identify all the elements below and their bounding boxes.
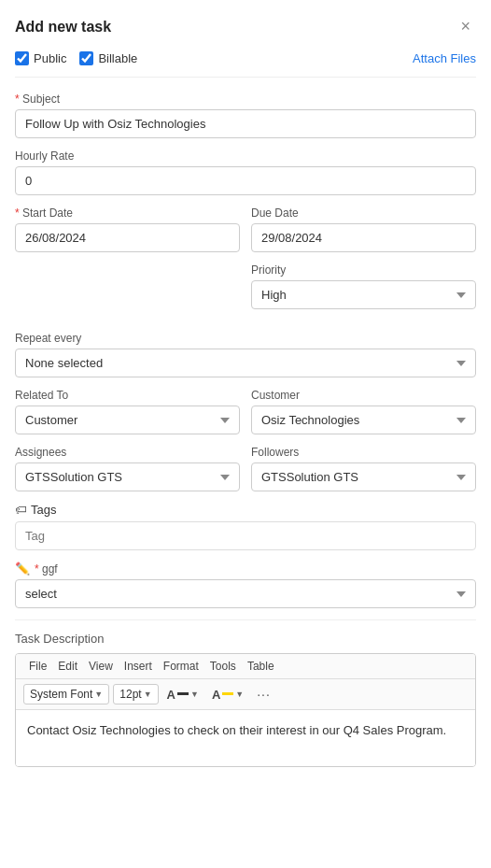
public-checkbox[interactable] [15,51,29,65]
billable-checkbox[interactable] [79,51,93,65]
start-date-section: Start Date [15,206,240,252]
section-divider [15,619,476,620]
customer-section: Customer Osiz Technologies [251,389,476,434]
customer-select[interactable]: Osiz Technologies [251,406,476,434]
tag-icon: 🏷 [15,503,27,517]
font-family-dropdown[interactable]: System Font ▼ [23,684,109,704]
editor-container: File Edit View Insert Format Tools Table… [15,653,476,767]
priority-section: Priority Low Medium High Urgent [251,263,476,309]
highlight-chevron: ▼ [235,690,244,699]
highlight-indicator [222,692,233,695]
dates-row: Start Date Due Date [15,206,476,252]
repeat-every-select[interactable]: None selected Daily Weekly Monthly [15,349,476,377]
top-bar: Public Billable Attach Files [15,51,476,78]
editor-menubar: File Edit View Insert Format Tools Table [16,654,475,679]
font-color-chevron: ▼ [190,690,199,699]
font-color-indicator [177,692,189,695]
followers-section: Followers GTSSolution GTS [251,446,476,491]
priority-label: Priority [251,263,476,277]
font-family-chevron: ▼ [94,690,103,699]
start-date-input[interactable] [15,223,240,252]
close-button[interactable]: × [455,15,476,38]
followers-label: Followers [251,446,476,459]
tags-label: Tags [31,503,56,517]
hourly-rate-input[interactable] [15,166,476,195]
tag-input[interactable] [15,521,476,550]
customer-label: Customer [251,389,476,402]
subject-label: Subject [15,92,476,106]
hourly-rate-label: Hourly Rate [15,149,476,163]
related-to-section: Related To Customer Lead Prospect [15,389,240,434]
highlight-letter: A [212,688,220,702]
font-family-label: System Font [30,688,92,701]
menu-insert[interactable]: Insert [119,658,158,675]
menu-table[interactable]: Table [242,658,280,675]
editor-content-area[interactable]: Contact Osiz Technologies to check on th… [16,710,475,766]
more-options-button[interactable]: ··· [252,684,275,704]
tags-section: 🏷 Tags [15,503,476,550]
menu-tools[interactable]: Tools [204,658,242,675]
due-date-input[interactable] [251,223,476,252]
menu-file[interactable]: File [23,658,52,675]
assignees-section: Assignees GTSSolution GTS [15,446,240,491]
related-to-select[interactable]: Customer Lead Prospect [15,406,240,434]
ggf-label: ggf [35,562,58,576]
assignees-select[interactable]: GTSSolution GTS [15,462,240,491]
priority-select[interactable]: Low Medium High Urgent [251,280,476,309]
followers-select[interactable]: GTSSolution GTS [251,462,476,491]
subject-section: Subject [15,92,476,138]
public-checkbox-item[interactable]: Public [15,51,66,65]
ggf-section: ✏️ ggf select [15,562,476,608]
modal-title: Add new task [15,19,111,36]
related-customer-row: Related To Customer Lead Prospect Custom… [15,389,476,434]
ggf-select[interactable]: select [15,579,476,608]
highlight-color-button[interactable]: A ▼ [207,685,248,704]
menu-edit[interactable]: Edit [52,658,83,675]
start-date-label: Start Date [15,206,240,220]
task-desc-label: Task Description [15,632,476,646]
modal-header: Add new task × [15,15,476,38]
edit-icon: ✏️ [15,562,30,576]
font-color-button[interactable]: A ▼ [162,685,203,704]
repeat-every-section: Repeat every None selected Daily Weekly … [15,332,476,377]
add-task-modal: Add new task × Public Billable Attach Fi… [0,0,491,782]
menu-view[interactable]: View [83,658,119,675]
editor-text: Contact Osiz Technologies to check on th… [27,723,446,737]
attach-files-link[interactable]: Attach Files [413,51,476,65]
task-description-section: Task Description File Edit View Insert F… [15,632,476,767]
priority-row: Priority Low Medium High Urgent [15,263,476,320]
font-size-label: 12pt [119,688,141,701]
public-label: Public [34,51,66,65]
priority-spacer [15,263,240,320]
tags-label-row: 🏷 Tags [15,503,476,517]
related-to-label: Related To [15,389,240,402]
menu-format[interactable]: Format [158,658,204,675]
assignees-followers-row: Assignees GTSSolution GTS Followers GTSS… [15,446,476,491]
assignees-label: Assignees [15,446,240,459]
billable-label: Billable [98,51,137,65]
font-size-chevron: ▼ [144,690,152,699]
due-date-label: Due Date [251,206,476,220]
repeat-every-label: Repeat every [15,332,476,345]
checkboxes-group: Public Billable [15,51,137,65]
ggf-label-row: ✏️ ggf [15,562,476,576]
hourly-rate-section: Hourly Rate [15,149,476,195]
font-color-letter: A [167,688,175,702]
billable-checkbox-item[interactable]: Billable [79,51,137,65]
editor-toolbar: System Font ▼ 12pt ▼ A ▼ A ▼ ··· [16,679,475,710]
due-date-section: Due Date [251,206,476,252]
font-size-dropdown[interactable]: 12pt ▼ [113,684,158,704]
subject-input[interactable] [15,109,476,138]
